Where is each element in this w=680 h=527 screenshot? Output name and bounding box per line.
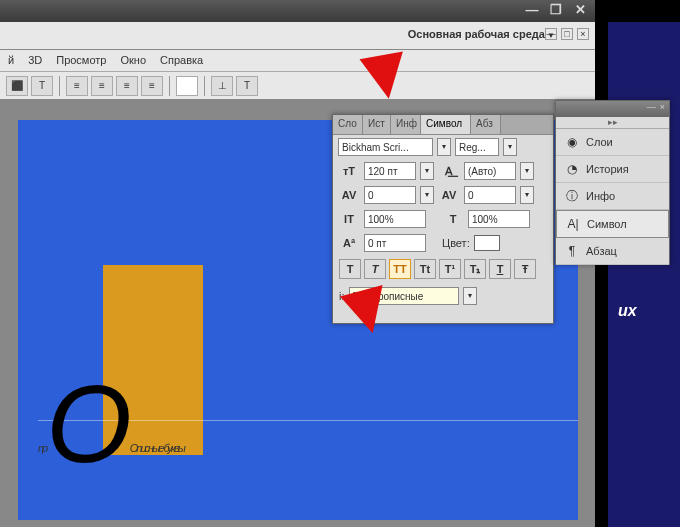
underline-button[interactable]: T	[489, 259, 511, 279]
superscript-button[interactable]: T¹	[439, 259, 461, 279]
font-size-icon: тТ	[338, 162, 360, 180]
menu-3d[interactable]: 3D	[28, 54, 42, 67]
options-bar: ⬛ T ≡ ≡ ≡ ≡ ⊥ T	[0, 72, 595, 100]
tab-character[interactable]: Символ	[421, 115, 471, 134]
window-titlebar: — ❐ ✕	[0, 0, 595, 22]
font-size-input[interactable]	[364, 162, 416, 180]
dock-item-history[interactable]: ◔ История	[556, 156, 669, 183]
hscale-icon: T	[442, 210, 464, 228]
type-options-row: T T TT Tt T¹ T₁ T Ŧ	[333, 255, 553, 283]
leading-input[interactable]	[464, 162, 516, 180]
menu-window[interactable]: Окно	[120, 54, 146, 67]
font-family-select[interactable]	[338, 138, 433, 156]
text-color-swatch[interactable]	[474, 235, 500, 251]
horizontal-scale-input[interactable]	[468, 210, 530, 228]
menu-help[interactable]: Справка	[160, 54, 203, 67]
dock-item-label: Инфо	[586, 190, 615, 202]
info-icon: ⓘ	[564, 188, 580, 204]
color-label: Цвет:	[442, 237, 470, 249]
kerning-input[interactable]	[364, 186, 416, 204]
dock-item-character[interactable]: A| Символ	[556, 210, 669, 238]
tool-preset-button[interactable]: ⬛	[6, 76, 28, 96]
align-justify-button[interactable]: ≡	[141, 76, 163, 96]
doc-close-button[interactable]: ×	[577, 28, 589, 40]
panel-expand-toggle[interactable]: ▸▸	[556, 117, 669, 129]
text-color-swatch[interactable]	[176, 76, 198, 96]
menu-item[interactable]: й	[8, 54, 14, 67]
background-strip: их	[608, 22, 680, 527]
dropdown-icon[interactable]: ▾	[520, 186, 534, 204]
dock-item-paragraph[interactable]: ¶ Абзац	[556, 238, 669, 265]
dock-item-label: История	[586, 163, 629, 175]
panels-toggle-button[interactable]: T	[236, 76, 258, 96]
dropdown-icon[interactable]: ▾	[520, 162, 534, 180]
main-menu: й 3D Просмотр Окно Справка	[0, 50, 595, 72]
font-style-select[interactable]	[455, 138, 499, 156]
doc-minimize-button[interactable]: —	[545, 28, 557, 40]
workspace-bar: Основная рабочая среда — □ ×	[0, 22, 595, 50]
tab-history[interactable]: Ист	[363, 115, 391, 134]
window-minimize-button[interactable]: —	[523, 2, 541, 17]
orientation-button[interactable]: T	[31, 76, 53, 96]
dock-item-label: Слои	[586, 136, 613, 148]
panel-close-icon[interactable]: ×	[660, 102, 665, 116]
tracking-input[interactable]	[464, 186, 516, 204]
dropdown-icon[interactable]: ▾	[503, 138, 517, 156]
window-maximize-button[interactable]: ❐	[547, 2, 565, 17]
dock-item-label: Символ	[587, 218, 627, 230]
window-close-button[interactable]: ✕	[571, 2, 589, 17]
vscale-icon: IT	[338, 210, 360, 228]
faux-italic-button[interactable]: T	[364, 259, 386, 279]
baseline-shift-icon: Aª	[338, 234, 360, 252]
history-icon: ◔	[564, 161, 580, 177]
separator	[204, 76, 205, 96]
dock-item-info[interactable]: ⓘ Инфо	[556, 183, 669, 210]
separator	[59, 76, 60, 96]
doc-restore-button[interactable]: □	[561, 28, 573, 40]
all-caps-button[interactable]: TT	[389, 259, 411, 279]
tracking-icon: AV	[438, 186, 460, 204]
menu-view[interactable]: Просмотр	[56, 54, 106, 67]
panel-tab-bar: Сло Ист Инф Символ Абз	[333, 115, 553, 135]
dropdown-icon[interactable]: ▾	[420, 162, 434, 180]
dock-item-label: Абзац	[586, 245, 617, 257]
tab-paragraph[interactable]: Абз	[471, 115, 501, 134]
align-left-button[interactable]: ≡	[66, 76, 88, 96]
cursive-text-layer[interactable]: прООписные буквы	[38, 350, 184, 477]
side-panel-header: — ×	[556, 101, 669, 117]
text-rest: Описные буквы	[130, 442, 184, 454]
bg-text: их	[618, 302, 637, 320]
tab-info[interactable]: Инф	[391, 115, 421, 134]
dropdown-icon[interactable]: ▾	[420, 186, 434, 204]
dropdown-icon[interactable]: ▾	[437, 138, 451, 156]
panel-collapse-icon[interactable]: —	[647, 102, 656, 116]
vertical-scale-input[interactable]	[364, 210, 426, 228]
kerning-icon: AV	[338, 186, 360, 204]
annotation-arrow-top	[360, 52, 411, 103]
text-prefix: пр	[38, 442, 46, 454]
side-panel-dock: — × ▸▸ ◉ Слои ◔ История ⓘ Инфо A| Символ…	[555, 100, 670, 265]
character-icon: A|	[565, 216, 581, 232]
text-big-o: О	[46, 360, 130, 487]
dropdown-icon[interactable]: ▾	[463, 287, 477, 305]
dock-item-layers[interactable]: ◉ Слои	[556, 129, 669, 156]
baseline-shift-input[interactable]	[364, 234, 426, 252]
paragraph-icon: ¶	[564, 243, 580, 259]
layers-icon: ◉	[564, 134, 580, 150]
small-caps-button[interactable]: Tt	[414, 259, 436, 279]
align-right-button[interactable]: ≡	[116, 76, 138, 96]
workspace-switcher[interactable]: Основная рабочая среда	[408, 28, 555, 40]
separator	[169, 76, 170, 96]
warp-text-button[interactable]: ⊥	[211, 76, 233, 96]
leading-icon: A͟	[438, 162, 460, 180]
faux-bold-button[interactable]: T	[339, 259, 361, 279]
subscript-button[interactable]: T₁	[464, 259, 486, 279]
strikethrough-button[interactable]: Ŧ	[514, 259, 536, 279]
tab-layers[interactable]: Сло	[333, 115, 363, 134]
align-center-button[interactable]: ≡	[91, 76, 113, 96]
